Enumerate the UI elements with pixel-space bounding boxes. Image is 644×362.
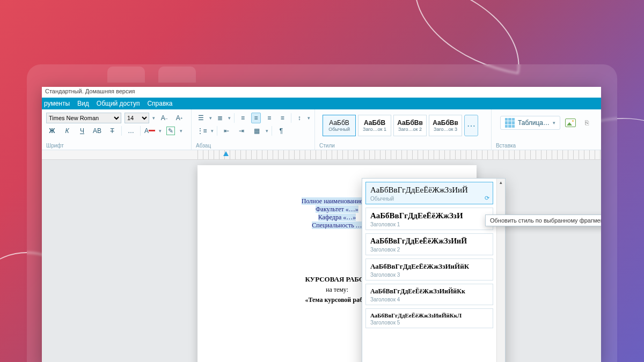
styles-panel: АаБбВвГгДдЕеЁёЖжЗзИиЙОбычный⟳АаБбВвГгДдЕ… <box>362 178 506 362</box>
group-label-styles: Стили <box>319 142 487 149</box>
align-right-button[interactable]: ≡ <box>264 113 274 123</box>
menu-tools[interactable]: рументы <box>44 100 70 107</box>
bold-button[interactable]: Ж <box>46 125 58 136</box>
style-panel-label: Заголовок 4 <box>370 297 488 302</box>
ribbon: Times New Roman 14 ▾ A– A+ Ж К Ч АВ Ꭲ … … <box>42 109 601 150</box>
chevron-down-icon[interactable]: ▾ <box>180 128 182 134</box>
insert-table-button[interactable]: Таблица… ▾ <box>500 116 560 130</box>
chevron-down-icon: ▾ <box>553 120 555 125</box>
image-icon <box>565 119 576 127</box>
underline-button[interactable]: Ч <box>76 125 88 136</box>
indent-button[interactable]: ⇥ <box>236 125 247 136</box>
scroll-up-icon[interactable]: ▴ <box>497 180 505 185</box>
style-panel-label: Заголовок 5 <box>370 320 488 326</box>
styles-strip: АаБбВ Обычный АаБбВ Заго…ок 1 АаБбВв Заг… <box>319 113 487 138</box>
style-panel-item[interactable]: АаБбВвГгДдЕеЁёЖжЗзИЗаголовок 1 <box>365 208 493 230</box>
indent-marker-icon[interactable] <box>223 151 229 156</box>
line-spacing-button[interactable]: ↕ <box>294 113 304 123</box>
style-panel-label: Заголовок 1 <box>370 221 488 227</box>
window-title: Стандартный. Домашняя версия <box>42 87 601 98</box>
styles-more-button[interactable]: ⋯ <box>464 115 478 136</box>
menu-share[interactable]: Общий доступ <box>97 100 140 107</box>
align-left-button[interactable]: ≡ <box>238 113 248 123</box>
italic-button[interactable]: К <box>61 125 73 136</box>
doc-line: Специальность … <box>312 221 362 229</box>
paragraph-mark-button[interactable]: ¶ <box>275 125 287 136</box>
style-panel-item[interactable]: АаБбВвГгДдЕеЁёЖжЗзИиЙйКкЛЗаголовок 5 <box>365 308 493 328</box>
align-justify-button[interactable]: ≡ <box>277 113 288 123</box>
strike-button[interactable]: Ꭲ <box>106 125 118 136</box>
app-window: Стандартный. Домашняя версия рументы Вид… <box>42 87 601 362</box>
style-heading3[interactable]: АаБбВв Заго…ок 3 <box>429 115 462 136</box>
style-heading2[interactable]: АаБбВв Заго…ок 2 <box>393 115 427 136</box>
refresh-icon[interactable]: ⟳ <box>485 195 489 202</box>
tooltip: Обновить стиль по выбранному фрагменту <box>485 215 601 226</box>
doc-line: Факультет «…» <box>316 205 358 213</box>
menu-bar: рументы Вид Общий доступ Справка <box>42 98 601 109</box>
document-area: Полное наименование ВУ Факультет «…» Каф… <box>42 150 601 362</box>
font-size-select[interactable]: 14 <box>125 113 149 123</box>
table-icon <box>505 118 515 128</box>
menu-help[interactable]: Справка <box>147 100 172 107</box>
chevron-down-icon: ▾ <box>152 115 155 121</box>
font-grow-button[interactable]: A– <box>158 113 170 123</box>
outdent-button[interactable]: ⇤ <box>221 125 232 136</box>
style-panel-item[interactable]: АаБбВвГгДдЕеЁёЖжЗзИиЙйКкЗаголовок 4 <box>365 284 493 305</box>
font-family-select[interactable]: Times New Roman <box>46 113 121 123</box>
insert-image-button[interactable] <box>565 117 576 128</box>
panel-scrollbar[interactable]: ▴ ▾ <box>496 179 505 362</box>
style-panel-item[interactable]: АаБбВвГгДдЕеЁёЖжЗзИиЙЗаголовок 2 <box>365 233 493 255</box>
multilevel-button[interactable]: ⋮≡ <box>196 125 208 136</box>
group-label-paragraph: Абзац <box>196 142 310 149</box>
align-center-button[interactable]: ≡ <box>251 113 261 123</box>
style-heading1[interactable]: АаБбВ Заго…ок 1 <box>358 115 391 136</box>
chevron-down-icon[interactable]: ▾ <box>159 128 162 134</box>
borders-button[interactable]: ▦ <box>251 125 262 136</box>
style-panel-label: Заголовок 3 <box>370 272 488 278</box>
style-panel-item[interactable]: АаБбВвГгДдЕеЁёЖжЗзИиЙйКЗаголовок 3 <box>365 258 493 280</box>
bullet-list-button[interactable]: ☰ <box>196 113 206 123</box>
insert-more-button[interactable]: ⎘ <box>581 117 592 128</box>
ruler[interactable] <box>42 150 601 160</box>
font-color-button[interactable]: A <box>144 125 156 136</box>
style-panel-item[interactable]: АаБбВвГгДдЕеЁёЖжЗзИиЙОбычный⟳ <box>365 182 493 204</box>
highlight-button[interactable]: ✎ <box>165 125 177 136</box>
group-label-insert: Вставка <box>496 142 597 149</box>
number-list-button[interactable]: ≣ <box>215 113 225 123</box>
group-label-font: Шрифт <box>46 142 187 149</box>
style-normal[interactable]: АаБбВ Обычный <box>323 115 356 136</box>
menu-view[interactable]: Вид <box>77 100 89 107</box>
font-shrink-button[interactable]: A+ <box>173 113 185 123</box>
more-font-button[interactable]: … <box>125 125 137 136</box>
style-panel-label: Заголовок 2 <box>370 247 488 253</box>
style-panel-label: Обычный <box>370 196 488 202</box>
caps-button[interactable]: АВ <box>91 125 103 136</box>
doc-line: Кафедра «…» <box>318 213 356 221</box>
